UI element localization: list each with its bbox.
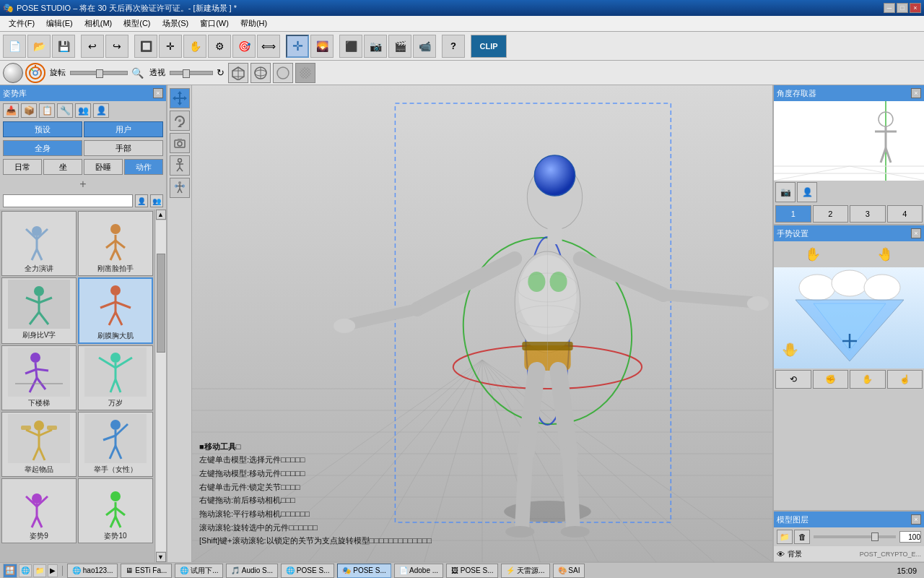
model-opacity-slider[interactable] bbox=[814, 535, 896, 538]
gesture-point-btn[interactable]: ☝ bbox=[887, 370, 923, 389]
material-solid-btn[interactable] bbox=[273, 63, 293, 83]
menu-help[interactable]: 帮助(H) bbox=[235, 17, 273, 30]
grid-button[interactable]: ✛ bbox=[159, 35, 182, 58]
taskbar-pose2[interactable]: 🖼 POSE S... bbox=[446, 564, 498, 578]
taskbar-audio[interactable]: 🎵 Audio S... bbox=[226, 564, 278, 578]
lib-icon-5[interactable]: 👥 bbox=[75, 103, 91, 118]
move-tool-btn[interactable] bbox=[170, 88, 190, 108]
angle-tab-3[interactable]: 3 bbox=[850, 205, 886, 223]
mirror-button[interactable]: ⟺ bbox=[257, 35, 280, 58]
view-frame-button[interactable]: ⬛ bbox=[339, 35, 362, 58]
pose-item[interactable]: 全力演讲 bbox=[1, 211, 77, 276]
angle-tab-1[interactable]: 1 bbox=[775, 205, 811, 223]
lib-icon-3[interactable]: 📋 bbox=[39, 103, 55, 118]
model-trash-btn[interactable]: 🗑 bbox=[794, 530, 810, 544]
minimize-btn[interactable]: ─ bbox=[884, 3, 895, 13]
export-button[interactable]: 🔲 bbox=[134, 35, 157, 58]
taskbar-pose-web[interactable]: 🌐 POSE S... bbox=[281, 564, 334, 578]
cam3-button[interactable]: 🎬 bbox=[388, 35, 411, 58]
taskbar-pose-active[interactable]: 🎭 POSE S... bbox=[337, 564, 391, 578]
new-button[interactable]: 📄 bbox=[3, 35, 26, 58]
cat-hand[interactable]: 手部 bbox=[84, 140, 163, 156]
ie-icon[interactable]: 🌐 bbox=[19, 564, 32, 577]
settings-button[interactable]: ⚙ bbox=[208, 35, 231, 58]
taskbar-trial[interactable]: 🌐 试用下... bbox=[175, 564, 223, 578]
pose-adjust-btn[interactable] bbox=[170, 178, 190, 198]
pose-grid-scrollbar[interactable]: ▲ ▼ bbox=[154, 210, 166, 562]
cat-full-body[interactable]: 全身 bbox=[3, 140, 82, 156]
cam4-button[interactable]: 📹 bbox=[413, 35, 436, 58]
model-opacity-input[interactable] bbox=[899, 531, 921, 543]
model-panel-close[interactable]: × bbox=[911, 514, 921, 525]
taskbar-esti[interactable]: 🖥 ESTi Fa... bbox=[121, 564, 172, 578]
pose-item[interactable]: 姿势10 bbox=[78, 478, 153, 543]
tab-user[interactable]: 用户 bbox=[84, 121, 163, 137]
forward-btn[interactable]: ▶ bbox=[48, 564, 58, 577]
taskbar-adobe[interactable]: 📄 Adobe ... bbox=[394, 564, 443, 578]
close-btn[interactable]: × bbox=[910, 3, 921, 13]
layer-eye-icon[interactable]: 👁 bbox=[777, 550, 785, 558]
target-button[interactable]: 🎯 bbox=[232, 35, 256, 58]
taskbar-thunder[interactable]: ⚡ 天雷源... bbox=[501, 564, 549, 578]
menu-model[interactable]: 模型(C) bbox=[118, 17, 156, 30]
search-group-icon[interactable]: 👥 bbox=[150, 194, 163, 207]
right-hand-icon[interactable]: 🤚 bbox=[877, 246, 893, 262]
open-button[interactable]: 📂 bbox=[27, 35, 51, 58]
pose-item[interactable]: 刚凿脸拍手 bbox=[78, 211, 153, 276]
floor-button[interactable]: ✋ bbox=[183, 35, 206, 58]
taskbar-sai[interactable]: 🎨 SAI bbox=[553, 564, 585, 578]
pose-item[interactable]: 举手（女性） bbox=[78, 412, 153, 477]
gesture-open-btn[interactable]: ✋ bbox=[850, 370, 886, 389]
left-hand-icon[interactable]: 🤚 bbox=[805, 246, 821, 262]
menu-edit[interactable]: 编辑(E) bbox=[40, 17, 79, 30]
pose-item[interactable]: 万岁 bbox=[78, 345, 153, 410]
subcat-daily[interactable]: 日常 bbox=[3, 159, 42, 175]
subcat-action[interactable]: 动作 bbox=[124, 159, 163, 175]
subcat-sit[interactable]: 坐 bbox=[43, 159, 82, 175]
gesture-fist-btn[interactable]: ✊ bbox=[813, 370, 849, 389]
cube-view-btn[interactable] bbox=[228, 63, 248, 83]
viewport[interactable]: ■移动工具□ 左键单击模型:选择元件□□□□□ 左键拖动模型:移动元件□□□□□… bbox=[192, 85, 772, 562]
pose-item[interactable]: 刷膜胸大肌 bbox=[78, 277, 153, 344]
clip-logo-button[interactable]: CLIP bbox=[471, 35, 507, 58]
material-texture-btn[interactable] bbox=[295, 63, 315, 83]
menu-file[interactable]: 文件(F) bbox=[3, 17, 40, 30]
transparent-slider[interactable] bbox=[170, 71, 213, 75]
cam2-button[interactable]: 📷 bbox=[364, 35, 387, 58]
help-button[interactable]: ? bbox=[442, 35, 465, 58]
pose-item[interactable]: 下楼梯 bbox=[1, 345, 77, 410]
menu-camera[interactable]: 相机(M) bbox=[79, 17, 118, 30]
rotate-slider[interactable] bbox=[70, 71, 128, 75]
gesture-panel-close[interactable]: × bbox=[911, 228, 921, 238]
folder-icon[interactable]: 📁 bbox=[33, 564, 46, 577]
angle-figure-btn[interactable]: 👤 bbox=[797, 182, 817, 202]
gesture-reset-btn[interactable]: ⟲ bbox=[775, 370, 811, 389]
figure-move-button[interactable]: ✛ bbox=[286, 35, 309, 58]
search-person-icon[interactable]: 👤 bbox=[135, 194, 148, 207]
taskbar-hao123[interactable]: 🌐 hao123... bbox=[67, 564, 118, 578]
lib-icon-4[interactable]: 🔧 bbox=[57, 103, 73, 118]
angle-tab-2[interactable]: 2 bbox=[813, 205, 849, 223]
figure-pose-button[interactable]: 🌄 bbox=[310, 35, 334, 58]
body-parts-btn[interactable] bbox=[170, 155, 190, 176]
lib-icon-1[interactable]: 📥 bbox=[3, 103, 19, 118]
menu-scene[interactable]: 场景(S) bbox=[157, 17, 195, 30]
angle-camera-btn[interactable]: 📷 bbox=[775, 182, 796, 202]
camera-move-btn[interactable] bbox=[170, 133, 190, 153]
pose-item[interactable]: 举起物品 bbox=[1, 412, 77, 477]
maximize-btn[interactable]: □ bbox=[897, 3, 908, 13]
angle-panel-close[interactable]: × bbox=[911, 88, 921, 98]
win-logo[interactable]: 🪟 bbox=[3, 564, 17, 578]
pose-library-add-btn[interactable]: + bbox=[0, 176, 166, 192]
rotate-tool-btn[interactable] bbox=[170, 111, 190, 131]
material-wire-btn[interactable] bbox=[250, 63, 271, 83]
angle-tab-4[interactable]: 4 bbox=[887, 205, 923, 223]
lib-icon-6[interactable]: 👤 bbox=[93, 103, 109, 118]
model-add-btn[interactable]: 📁 bbox=[777, 530, 793, 544]
redo-button[interactable]: ↪ bbox=[105, 35, 128, 58]
menu-window[interactable]: 窗口(W) bbox=[194, 17, 235, 30]
pose-item[interactable]: 刷身比V字 bbox=[1, 277, 77, 344]
undo-button[interactable]: ↩ bbox=[81, 35, 104, 58]
tab-preset[interactable]: 预设 bbox=[3, 121, 82, 137]
pose-item[interactable]: 姿势9 bbox=[1, 478, 77, 543]
